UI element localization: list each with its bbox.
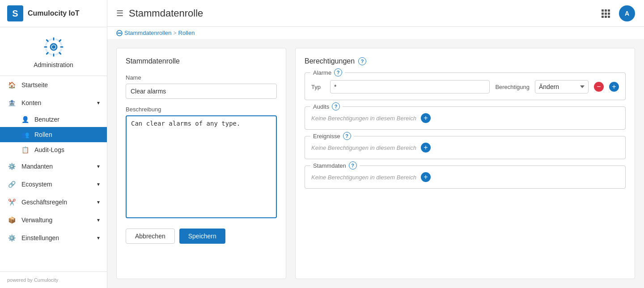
stammdatenrolle-card: Stammdatenrolle Name Beschreibung Can cl… <box>116 48 286 279</box>
alarme-section: Alarme ? Typ Berechtigung Lesen Ändern A… <box>305 72 626 100</box>
typ-input[interactable] <box>330 80 490 93</box>
ereignisse-label: Ereignisse <box>313 133 340 140</box>
add-ereignisse-permission-button[interactable]: + <box>421 143 431 152</box>
svg-rect-3 <box>605 9 607 12</box>
save-button[interactable]: Speichern <box>179 229 225 244</box>
tenants-icon: ⚙️ <box>7 162 16 171</box>
audits-section: Audits ? Keine Berechtigungen in diesem … <box>305 106 626 130</box>
audits-section-title: Audits ? <box>310 102 343 110</box>
remove-alarme-permission-button[interactable]: − <box>594 82 604 92</box>
right-panel: Berechtigungen ? Alarme ? Typ Berechtigu… <box>295 48 635 279</box>
sidebar-nav: 🏠 Startseite 🏦 Konten ▾ 👤 Benutzer 👥 Rol… <box>0 76 107 271</box>
description-textarea[interactable]: Can clear alarms of any type. <box>126 115 277 218</box>
permissions-title: Berechtigungen ? <box>305 57 626 65</box>
sidebar-item-konten[interactable]: 🏦 Konten ▾ <box>0 94 107 112</box>
menu-icon[interactable]: ☰ <box>116 8 123 18</box>
sidebar-item-benutzer[interactable]: 👤 Benutzer <box>0 112 107 127</box>
chevron-down-icon: ▾ <box>97 217 100 223</box>
name-group: Name <box>126 74 277 99</box>
avatar[interactable]: A <box>619 5 635 21</box>
berechtigung-label: Berechtigung <box>495 84 530 90</box>
roles-breadcrumb-icon <box>116 30 123 36</box>
roles-icon: 👥 <box>21 131 29 138</box>
chevron-down-icon: ▾ <box>97 163 100 169</box>
description-label: Beschreibung <box>126 106 277 113</box>
add-audits-permission-button[interactable]: + <box>421 113 431 123</box>
admin-label: Administration <box>34 61 73 68</box>
stammdaten-section-title: Stammdaten ? <box>310 161 360 169</box>
content-area: Stammdatenrolle Name Beschreibung Can cl… <box>107 39 644 288</box>
alarme-label: Alarme <box>313 69 331 76</box>
chevron-down-icon: ▾ <box>97 100 100 106</box>
sidebar-item-startseite[interactable]: 🏠 Startseite <box>0 76 107 94</box>
svg-rect-9 <box>605 16 607 18</box>
svg-rect-7 <box>608 13 610 15</box>
sidebar-item-rollen[interactable]: 👥 Rollen <box>0 127 107 142</box>
svg-point-12 <box>118 32 119 34</box>
add-stammdaten-permission-button[interactable]: + <box>421 172 431 182</box>
sidebar-item-verwaltung[interactable]: 📦 Verwaltung ▾ <box>0 211 107 229</box>
breadcrumb-parent[interactable]: Stammdatenrollen <box>124 30 172 36</box>
berechtigung-select[interactable]: Lesen Ändern Admin Alle <box>535 80 589 93</box>
svg-rect-8 <box>602 16 604 18</box>
audit-icon: 📋 <box>21 146 29 153</box>
add-alarme-permission-button[interactable]: + <box>609 82 619 92</box>
header: ☰ Stammdatenrolle A <box>107 0 644 27</box>
logo-text: Cumulocity IoT <box>28 9 80 17</box>
user-icon: 👤 <box>21 116 29 123</box>
breadcrumb-separator: > <box>174 30 177 36</box>
sidebar-logo: S Cumulocity IoT <box>0 0 107 27</box>
gear-icon <box>43 36 64 58</box>
sidebar-item-label: Ecosystem <box>21 181 52 188</box>
permissions-help-icon[interactable]: ? <box>358 57 366 65</box>
main-area: ☰ Stammdatenrolle A Stammdatenrolle <box>107 0 644 288</box>
home-icon: 🏠 <box>7 80 16 89</box>
permissions-card: Berechtigungen ? Alarme ? Typ Berechtigu… <box>295 48 635 279</box>
sidebar-item-einstellungen[interactable]: ⚙️ Einstellungen ▾ <box>0 229 107 247</box>
rules-icon: ✂️ <box>7 198 16 207</box>
chevron-down-icon: ▾ <box>97 181 100 187</box>
breadcrumb-current[interactable]: Rollen <box>178 30 195 36</box>
svg-rect-4 <box>608 9 610 12</box>
svg-rect-10 <box>608 16 610 18</box>
stammdaten-help-icon[interactable]: ? <box>349 161 357 169</box>
sidebar-item-label: Konten <box>21 99 41 106</box>
settings-icon: ⚙️ <box>7 233 16 242</box>
sidebar-item-label: Verwaltung <box>21 216 52 224</box>
accounts-icon: 🏦 <box>7 98 16 107</box>
stammdaten-empty-text: Keine Berechtigungen in diesem Bereich <box>311 174 416 181</box>
audits-label: Audits <box>313 103 329 110</box>
description-group: Beschreibung Can clear alarms of any typ… <box>126 106 277 220</box>
svg-rect-5 <box>602 13 604 15</box>
admin-section: Administration <box>0 27 107 76</box>
svg-point-13 <box>119 32 120 34</box>
ereignisse-empty-text: Keine Berechtigungen in diesem Bereich <box>311 144 416 151</box>
audits-help-icon[interactable]: ? <box>332 102 340 110</box>
name-label: Name <box>126 74 277 81</box>
chevron-down-icon: ▾ <box>97 199 100 205</box>
sidebar-item-mandanten[interactable]: ⚙️ Mandanten ▾ <box>0 157 107 175</box>
sidebar-item-audit-logs[interactable]: 📋 Audit-Logs <box>0 142 107 157</box>
sidebar-item-label: Einstellungen <box>21 234 59 241</box>
cancel-button[interactable]: Abbrechen <box>126 229 175 244</box>
ereignisse-help-icon[interactable]: ? <box>343 132 351 140</box>
form-actions: Abbrechen Speichern <box>126 229 277 244</box>
sidebar-item-label: Startseite <box>21 81 48 89</box>
sidebar-item-label: Benutzer <box>34 116 59 123</box>
ereignisse-section: Ereignisse ? Keine Berechtigungen in die… <box>305 136 626 159</box>
sidebar-item-geschaeftsregeln[interactable]: ✂️ Geschäftsregeln ▾ <box>0 193 107 211</box>
svg-rect-2 <box>602 9 604 12</box>
sidebar-item-label: Audit-Logs <box>34 146 64 153</box>
apps-grid-button[interactable] <box>597 5 614 21</box>
page-title: Stammdatenrolle <box>129 8 592 19</box>
sidebar-item-ecosystem[interactable]: 🔗 Ecosystem ▾ <box>0 175 107 193</box>
alarme-help-icon[interactable]: ? <box>334 68 342 76</box>
svg-rect-6 <box>605 13 607 15</box>
stammdatenrolle-title: Stammdatenrolle <box>126 57 277 65</box>
breadcrumb: Stammdatenrollen > Rollen <box>107 27 644 39</box>
name-input[interactable] <box>126 84 277 99</box>
management-icon: 📦 <box>7 216 16 224</box>
alarme-section-body: Typ Berechtigung Lesen Ändern Admin Alle… <box>305 73 625 100</box>
sidebar-item-label: Mandanten <box>21 163 53 170</box>
sidebar-item-label: Rollen <box>34 131 52 138</box>
